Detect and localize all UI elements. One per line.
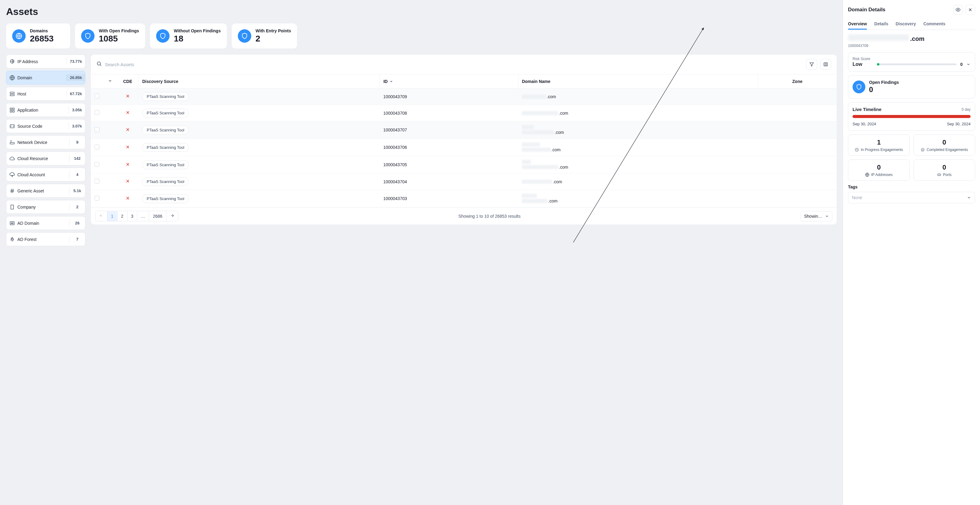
page-button[interactable]: 2	[118, 211, 127, 221]
svg-rect-14	[10, 142, 14, 144]
metric-card[interactable]: 0 IP Addresses	[848, 159, 910, 181]
risk-score-box: Risk Score Low 0	[848, 52, 975, 72]
cde-false-icon	[125, 111, 130, 116]
page-button: …	[137, 211, 149, 221]
filter-item[interactable]: AD Forest 7	[6, 233, 85, 246]
shield-icon	[238, 29, 251, 43]
table-row[interactable]: PTaaS Scanning Tool 1000043704 .com	[91, 174, 837, 190]
svg-line-20	[13, 189, 13, 193]
filter-count: 3.07k	[68, 123, 85, 130]
filter-item[interactable]: Cloud Resource 142	[6, 151, 85, 165]
shield-icon	[156, 29, 170, 43]
filter-item[interactable]: Host 67.72k	[6, 87, 85, 100]
metric-label: In Progress Engagements	[861, 148, 903, 152]
row-checkbox[interactable]	[94, 127, 99, 132]
row-checkbox[interactable]	[94, 145, 99, 150]
summary-card[interactable]: Without Open Findings 18	[150, 24, 227, 48]
summary-cards: Domains 26853 With Open Findings 1085 Wi…	[6, 24, 837, 48]
redacted-domain-prefix	[848, 34, 909, 41]
tags-dropdown[interactable]: None	[848, 192, 975, 203]
page-title: Assets	[6, 6, 837, 18]
filter-item[interactable]: Source Code 3.07k	[6, 119, 85, 133]
filter-label: Company	[18, 205, 36, 210]
filter-item[interactable]: Company 2	[6, 200, 85, 214]
filter-label: Cloud Account	[18, 172, 45, 177]
col-discovery-source[interactable]: Discovery Source	[138, 75, 380, 88]
expand-column-header[interactable]	[103, 75, 117, 88]
table-row[interactable]: PTaaS Scanning Tool 1000043707 .com	[91, 121, 837, 139]
search-input[interactable]	[105, 62, 803, 67]
assets-table: CDE Discovery Source ID Domain Name Zone	[91, 74, 837, 207]
risk-bar	[878, 64, 956, 65]
domain-suffix: .com	[910, 35, 924, 42]
row-id: 1000043709	[380, 88, 518, 105]
filter-item[interactable]: Generic Asset 5.1k	[6, 184, 85, 198]
metric-value: 1	[852, 139, 906, 147]
filter-item[interactable]: AD Domain 26	[6, 216, 85, 230]
svg-rect-12	[13, 110, 14, 112]
filter-item[interactable]: IP Address 73.77k	[6, 54, 85, 68]
filter-item[interactable]: Network Device 9	[6, 135, 85, 149]
row-id: 1000043704	[380, 174, 518, 190]
discovery-source-chip: PTaaS Scanning Tool	[142, 108, 189, 118]
page-button[interactable]: 2686	[149, 211, 166, 221]
metric-value: 0	[918, 139, 972, 147]
row-checkbox[interactable]	[94, 110, 99, 115]
row-checkbox[interactable]	[94, 179, 99, 183]
timeline-bar	[853, 115, 970, 118]
summary-card[interactable]: Domains 26853	[6, 24, 70, 48]
filter-item[interactable]: Cloud Account 4	[6, 168, 85, 182]
grid-icon	[10, 107, 15, 113]
summary-card[interactable]: With Entry Points 2	[232, 24, 297, 48]
watch-button[interactable]	[953, 5, 963, 14]
table-row[interactable]: PTaaS Scanning Tool 1000043705 .com	[91, 156, 837, 174]
row-checkbox[interactable]	[94, 162, 99, 167]
filter-label: Cloud Resource	[18, 156, 48, 161]
details-tab[interactable]: Overview	[848, 19, 867, 30]
metric-card[interactable]: 0 Completed Engagements	[913, 134, 975, 156]
metric-label: IP Addresses	[871, 173, 893, 177]
col-domain-name[interactable]: Domain Name	[518, 75, 758, 88]
timeline-title: Live Timeline	[853, 107, 881, 112]
table-row[interactable]: PTaaS Scanning Tool 1000043708 .com	[91, 105, 837, 121]
row-checkbox[interactable]	[94, 196, 99, 201]
next-page-button[interactable]	[167, 211, 178, 221]
col-id[interactable]: ID	[380, 75, 518, 88]
row-id: 1000043708	[380, 105, 518, 121]
details-title: Domain Details	[848, 7, 886, 13]
hash-icon	[10, 188, 15, 194]
details-tab[interactable]: Details	[874, 19, 888, 30]
cde-false-icon	[125, 197, 130, 202]
prev-page-button[interactable]	[95, 211, 107, 221]
row-domain-name: .com	[522, 111, 754, 116]
filter-item[interactable]: Application 3.05k	[6, 103, 85, 117]
summary-card[interactable]: With Open Findings 1085	[75, 24, 145, 48]
table-row[interactable]: PTaaS Scanning Tool 1000043703 .com	[91, 190, 837, 207]
row-checkbox[interactable]	[94, 94, 99, 99]
svg-rect-10	[13, 108, 14, 110]
columns-button[interactable]	[820, 59, 831, 70]
close-button[interactable]	[966, 5, 975, 14]
risk-expand-icon[interactable]	[966, 62, 970, 67]
ad-icon	[10, 220, 15, 226]
page-button[interactable]: 1	[107, 211, 118, 221]
table-row[interactable]: PTaaS Scanning Tool 1000043706 .com	[91, 139, 837, 156]
filter-count: 26.85k	[67, 74, 85, 81]
metric-label: Completed Engagements	[927, 148, 968, 152]
details-tab[interactable]: Discovery	[896, 19, 916, 30]
svg-line-19	[11, 189, 12, 193]
filter-button[interactable]	[806, 59, 817, 70]
filter-item[interactable]: Domain 26.85k	[6, 71, 85, 84]
col-cde[interactable]: CDE	[117, 75, 138, 88]
page-button[interactable]: 3	[127, 211, 137, 221]
row-domain-name: .com	[522, 142, 754, 152]
table-row[interactable]: PTaaS Scanning Tool 1000043709 .com	[91, 88, 837, 105]
filter-label: Network Device	[18, 140, 47, 145]
col-zone[interactable]: Zone	[758, 75, 837, 88]
svg-rect-6	[10, 92, 14, 94]
details-tab[interactable]: Comments	[923, 19, 945, 30]
metric-card[interactable]: 0 Ports	[913, 159, 975, 181]
metric-card[interactable]: 1 In Progress Engagements	[848, 134, 910, 156]
svg-point-28	[97, 62, 100, 65]
page-size-dropdown[interactable]: Showing…	[801, 211, 832, 221]
